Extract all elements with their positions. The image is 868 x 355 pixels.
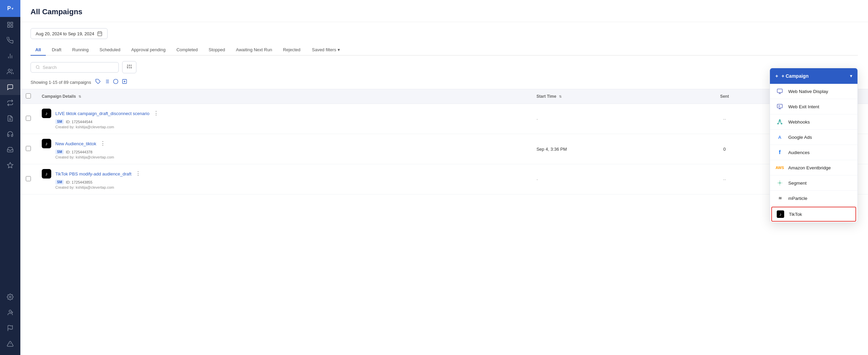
segment-label: Segment: [788, 181, 807, 186]
dropdown-item-web-exit[interactable]: Web Exit Intent: [770, 99, 857, 114]
dropdown-item-audiences[interactable]: f Audiences: [770, 145, 857, 160]
mparticle-label: mParticle: [788, 196, 807, 201]
google-ads-label: Google Ads: [788, 135, 812, 140]
tab-completed[interactable]: Completed: [172, 44, 203, 56]
sidebar-item-settings[interactable]: [0, 289, 20, 305]
campaign-sent: 0: [687, 134, 762, 164]
tag-icon[interactable]: [95, 79, 101, 86]
row-checkbox[interactable]: [26, 176, 31, 181]
campaigns-table: Campaign Details ⇅ Start Time ⇅ Sent Eng…: [20, 89, 868, 194]
tab-all[interactable]: All: [31, 44, 46, 56]
campaigns-count-text: Showing 1-15 of 89 campaigns: [31, 80, 91, 85]
campaign-more-button[interactable]: ⋮: [97, 139, 108, 148]
row-checkbox-cell: [20, 164, 36, 194]
new-campaign-button[interactable]: + + Campaign ▾: [770, 68, 857, 84]
tiktok-icon: ♪: [777, 210, 784, 218]
app-logo[interactable]: P ▾: [0, 0, 20, 17]
mparticle-icon: ≋: [776, 194, 784, 202]
logo-chevron: ▾: [12, 7, 13, 11]
dropdown-item-google-ads[interactable]: A Google Ads: [770, 130, 857, 145]
dropdown-item-web-native[interactable]: Web Native Display: [770, 84, 857, 99]
plus-square-icon[interactable]: [122, 79, 127, 86]
table-row: ♪ New Audience_tiktok ⋮ SM ID: 172544437…: [20, 134, 868, 164]
select-all-checkbox[interactable]: [26, 93, 31, 98]
campaign-badge: SM: [55, 119, 64, 124]
logo-letter: P: [7, 5, 11, 12]
svg-rect-1: [11, 22, 13, 24]
row-checkbox-cell: [20, 104, 36, 134]
campaign-chevron-down-icon: ▾: [850, 74, 852, 78]
calendar-icon: [97, 31, 102, 36]
tabs-row: All Draft Running Scheduled Approval pen…: [31, 44, 858, 56]
campaign-more-button[interactable]: ⋮: [133, 169, 144, 178]
table-row: ♪ TikTok PBS modify-add audience_draft ⋮…: [20, 164, 868, 194]
sidebar: P ▾: [0, 0, 20, 355]
svg-point-7: [8, 69, 11, 72]
tab-stopped[interactable]: Stopped: [204, 44, 230, 56]
tab-draft[interactable]: Draft: [47, 44, 66, 56]
campaign-more-button[interactable]: ⋮: [151, 109, 162, 118]
search-input[interactable]: [43, 65, 114, 70]
sort-icon: ⇅: [78, 95, 81, 98]
svg-rect-18: [98, 32, 102, 36]
saved-filters-button[interactable]: Saved filters ▾: [308, 44, 344, 55]
tab-approval-pending[interactable]: Approval pending: [127, 44, 170, 56]
campaign-icon-cell: ♪ LIVE tiktok campaign_draft_disconnect …: [36, 104, 531, 134]
campaign-info: LIVE tiktok campaign_draft_disconnect sc…: [55, 109, 162, 129]
svg-rect-0: [8, 22, 10, 24]
filter-button[interactable]: [122, 61, 136, 73]
sidebar-item-warning[interactable]: [0, 336, 20, 352]
dropdown-item-mparticle[interactable]: ≋ mParticle: [770, 191, 857, 206]
dropdown-item-webhooks[interactable]: Webhooks: [770, 114, 857, 130]
list-icon[interactable]: [104, 79, 110, 86]
row-checkbox-cell: [20, 134, 36, 164]
sidebar-item-segments[interactable]: [0, 111, 20, 126]
sidebar-item-dashboard[interactable]: [0, 17, 20, 33]
select-all-header: [20, 89, 36, 104]
campaign-name-link[interactable]: TikTok PBS modify-add audience_draft: [55, 171, 131, 176]
tiktok-channel-icon: ♪: [42, 169, 51, 179]
campaign-name-link[interactable]: New Audience_tiktok: [55, 141, 96, 146]
dropdown-item-tiktok[interactable]: ♪ TikTok: [771, 207, 856, 222]
svg-point-22: [36, 66, 39, 68]
svg-point-53: [781, 123, 782, 124]
tiktok-channel-icon: ♪: [42, 139, 51, 148]
sidebar-item-integrations[interactable]: [0, 157, 20, 173]
campaign-sent: --: [687, 164, 762, 194]
table-row: ♪ LIVE tiktok campaign_draft_disconnect …: [20, 104, 868, 134]
sidebar-item-inbox[interactable]: [0, 142, 20, 157]
sidebar-item-phone[interactable]: [0, 33, 20, 48]
page-title: All Campaigns: [31, 7, 858, 16]
search-icon: [36, 65, 40, 70]
tab-rejected[interactable]: Rejected: [278, 44, 305, 56]
campaign-info: New Audience_tiktok ⋮ SM ID: 1725444378 …: [55, 139, 114, 159]
campaign-name-link[interactable]: LIVE tiktok campaign_draft_disconnect sc…: [55, 111, 150, 116]
sidebar-item-flows[interactable]: [0, 95, 20, 111]
tab-scheduled[interactable]: Scheduled: [95, 44, 125, 56]
sidebar-item-add-user[interactable]: [0, 305, 20, 320]
segment-icon: [776, 179, 784, 187]
sidebar-item-support[interactable]: [0, 126, 20, 142]
sidebar-item-analytics[interactable]: [0, 48, 20, 64]
sliders-icon: [127, 64, 132, 69]
sidebar-item-campaigns[interactable]: [0, 79, 20, 95]
campaign-meta: SM ID: 1725444544: [55, 119, 162, 124]
sidebar-item-flag[interactable]: [0, 320, 20, 336]
row-checkbox[interactable]: [26, 146, 31, 151]
campaign-badge: SM: [55, 180, 64, 185]
date-range-button[interactable]: Aug 20, 2024 to Sep 19, 2024: [31, 28, 108, 39]
dropdown-item-amazon-eventbridge[interactable]: AWS Amazon Eventbridge: [770, 160, 857, 175]
amazon-eventbridge-label: Amazon Eventbridge: [788, 165, 831, 170]
search-box[interactable]: [31, 62, 119, 73]
tab-awaiting-next-run[interactable]: Awaiting Next Run: [231, 44, 277, 56]
campaign-created-by: Created by: kshitija@clevertap.com: [55, 185, 144, 189]
tab-running[interactable]: Running: [68, 44, 93, 56]
search-row: [20, 56, 868, 79]
sidebar-item-users[interactable]: [0, 64, 20, 79]
campaign-icon-cell: ♪ New Audience_tiktok ⋮ SM ID: 172544437…: [36, 134, 531, 164]
row-checkbox[interactable]: [26, 116, 31, 121]
campaign-meta: SM ID: 1725443855: [55, 180, 144, 185]
dropdown-item-segment[interactable]: Segment: [770, 175, 857, 191]
audiences-icon: f: [776, 149, 784, 156]
circle-icon[interactable]: [113, 79, 118, 86]
